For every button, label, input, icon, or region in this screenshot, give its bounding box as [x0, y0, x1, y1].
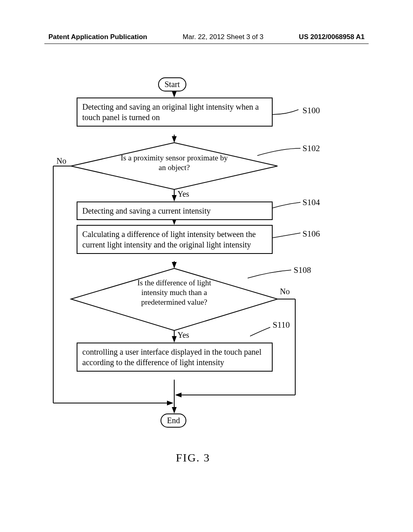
end-terminator: End [161, 414, 186, 428]
page-header: Patent Application Publication Mar. 22, … [0, 33, 413, 41]
process-s106: Calculating a difference of light intens… [77, 225, 273, 254]
figure-caption: FIG. 3 [176, 451, 210, 464]
s102-no-label: No [56, 156, 66, 166]
process-s104: Detecting and saving a current intensity [77, 202, 273, 220]
s108-no-label: No [280, 287, 290, 296]
header-left: Patent Application Publication [48, 33, 147, 41]
start-terminator: Start [158, 77, 186, 91]
step-label-s106: S106 [302, 229, 320, 239]
process-s100-text: Detecting and saving an original light i… [82, 102, 267, 123]
decision-s108-text: Is the difference of light intensity muc… [126, 278, 223, 307]
header-right: US 2012/0068958 A1 [299, 33, 365, 41]
flowchart: Start Detecting and saving an original l… [0, 77, 413, 439]
s102-yes-label: Yes [177, 189, 189, 199]
step-label-s104: S104 [302, 197, 320, 208]
process-s110: controlling a user interface displayed i… [77, 343, 273, 372]
s108-yes-label: Yes [177, 330, 189, 340]
process-s110-text: controlling a user interface displayed i… [82, 347, 267, 368]
step-label-s100: S100 [302, 106, 320, 116]
end-label: End [167, 416, 180, 425]
header-divider [44, 44, 369, 44]
decision-s102-text: Is a proximity sensor proximate by an ob… [117, 153, 232, 172]
start-label: Start [165, 80, 180, 89]
process-s106-text: Calculating a difference of light intens… [82, 229, 267, 250]
process-s100: Detecting and saving an original light i… [77, 98, 273, 127]
process-s104-text: Detecting and saving a current intensity [82, 206, 267, 216]
step-label-s102: S102 [302, 143, 320, 154]
step-label-s108: S108 [294, 265, 311, 275]
step-label-s110: S110 [273, 320, 290, 330]
header-center: Mar. 22, 2012 Sheet 3 of 3 [183, 33, 263, 41]
